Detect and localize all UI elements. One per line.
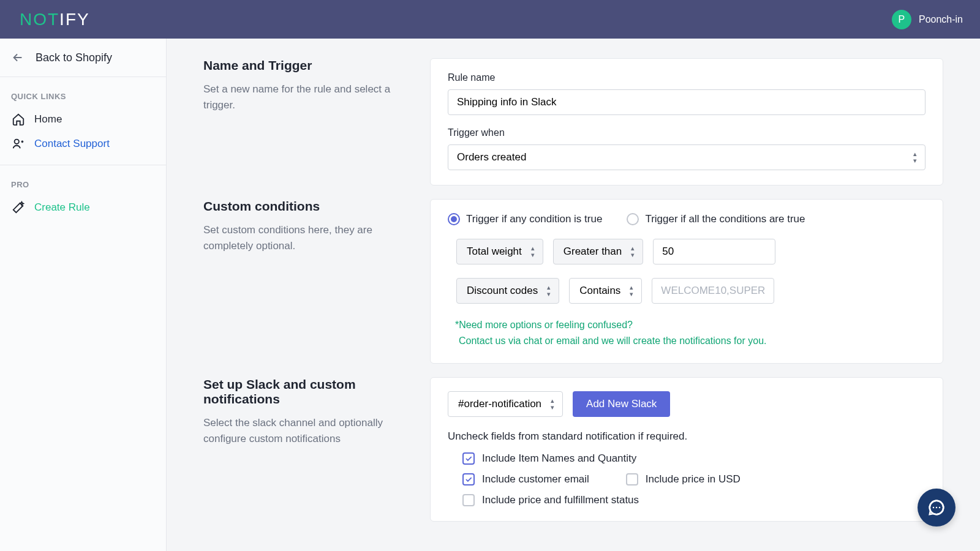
checkbox-icon [462, 494, 475, 506]
slack-channel-select[interactable]: #order-notification [448, 391, 563, 417]
cond2-op-value: Contains [579, 285, 620, 297]
radio-any-label: Trigger if any condition is true [466, 213, 602, 225]
section-desc-slack: Select the slack channel and optionally … [203, 415, 405, 446]
check-label: Include Item Names and Quantity [482, 452, 636, 465]
channel-value: #order-notification [458, 398, 541, 410]
arrow-left-icon [11, 51, 24, 64]
logo-part1: NOT [20, 10, 59, 29]
sidebar-item-home[interactable]: Home [0, 107, 166, 132]
user-menu[interactable]: P Poonch-in [892, 10, 963, 29]
trigger-when-select[interactable]: Orders created [448, 144, 925, 170]
card-name-trigger: Rule name Trigger when Orders created ▴▾ [430, 58, 943, 186]
check-label: Include price and fulfillment status [482, 494, 639, 506]
radio-icon [627, 213, 639, 225]
radio-all-conditions[interactable]: Trigger if all the conditions are true [627, 213, 805, 225]
help-line1: *Need more options or feeling confused? [455, 317, 925, 333]
uncheck-note: Uncheck fields from standard notificatio… [448, 430, 925, 443]
topbar: NOTIFY P Poonch-in [0, 0, 980, 39]
radio-any-condition[interactable]: Trigger if any condition is true [448, 213, 602, 225]
cond2-field-value: Discount codes [467, 285, 538, 297]
rule-name-input[interactable] [448, 89, 925, 115]
back-label: Back to Shopify [36, 51, 112, 64]
condition1-operator-select[interactable]: Greater than [553, 239, 643, 264]
checkbox-icon [626, 473, 638, 485]
sidebar-item-support[interactable]: Contact Support [0, 132, 166, 156]
help-line2: Contact us via chat or email and we will… [455, 333, 925, 349]
check-item-names[interactable]: Include Item Names and Quantity [462, 452, 925, 465]
sidebar-item-create-rule[interactable]: Create Rule [0, 195, 166, 220]
condition2-operator-select[interactable]: Contains [569, 278, 642, 304]
section-title-conditions: Custom conditions [203, 199, 405, 214]
sidebar: Back to Shopify QUICK LINKS Home Contact… [0, 39, 167, 551]
support-icon [11, 137, 26, 151]
home-icon [11, 112, 26, 127]
condition1-field-select[interactable]: Total weight [456, 239, 543, 264]
help-text: *Need more options or feeling confused? … [455, 317, 925, 348]
checkbox-icon [462, 452, 475, 465]
quick-links-label: QUICK LINKS [0, 77, 166, 107]
check-customer-email[interactable]: Include customer email [462, 473, 589, 485]
magic-wand-icon [11, 200, 26, 215]
rule-name-label: Rule name [448, 72, 925, 83]
create-rule-label: Create Rule [34, 201, 90, 214]
pro-label: PRO [0, 165, 166, 195]
user-name: Poonch-in [919, 14, 963, 25]
support-label: Contact Support [34, 138, 110, 150]
radio-all-label: Trigger if all the conditions are true [645, 213, 805, 225]
condition1-value-input[interactable] [653, 239, 775, 264]
home-label: Home [34, 113, 62, 126]
radio-icon [448, 213, 460, 225]
check-label: Include price in USD [646, 473, 741, 485]
cond1-op-value: Greater than [564, 246, 622, 258]
checkbox-icon [462, 473, 475, 485]
section-title-slack: Set up Slack and custom notifications [203, 377, 405, 407]
section-title-name-trigger: Name and Trigger [203, 58, 405, 73]
add-new-slack-button[interactable]: Add New Slack [573, 391, 670, 417]
section-desc-conditions: Set custom conditions here, they are com… [203, 222, 405, 253]
app-logo: NOTIFY [20, 10, 90, 29]
check-label: Include customer email [482, 473, 589, 485]
condition2-field-select[interactable]: Discount codes [456, 278, 559, 304]
check-price-fulfillment[interactable]: Include price and fulfillment status [462, 494, 925, 506]
check-price-usd[interactable]: Include price in USD [626, 473, 741, 485]
logo-part2: IFY [59, 10, 90, 29]
trigger-when-label: Trigger when [448, 127, 925, 138]
avatar: P [892, 10, 911, 29]
chat-widget-button[interactable] [918, 489, 956, 527]
trigger-value: Orders created [457, 151, 526, 163]
section-desc-name-trigger: Set a new name for the rule and select a… [203, 81, 405, 113]
main-content: Name and Trigger Set a new name for the … [167, 39, 980, 551]
condition2-value-input[interactable] [652, 278, 774, 304]
card-conditions: Trigger if any condition is true Trigger… [430, 199, 943, 364]
back-to-shopify[interactable]: Back to Shopify [0, 39, 166, 77]
svg-point-0 [15, 140, 19, 144]
cond1-field-value: Total weight [467, 246, 522, 258]
card-slack: #order-notification ▴▾ Add New Slack Unc… [430, 377, 943, 522]
